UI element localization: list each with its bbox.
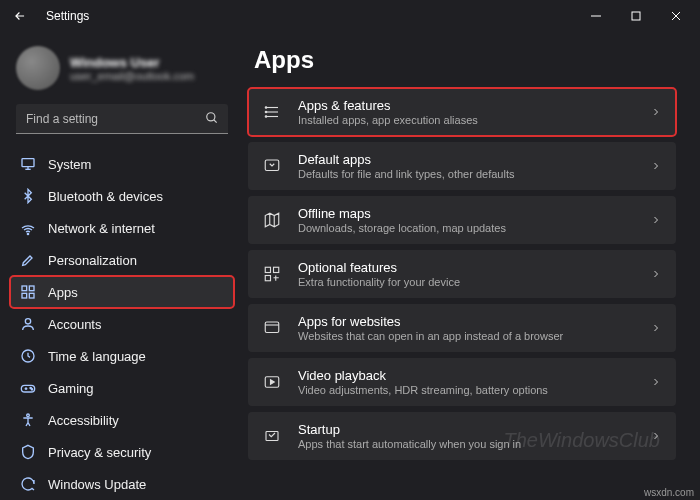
card-video-playback[interactable]: Video playbackVideo adjustments, HDR str… bbox=[248, 358, 676, 406]
card-title: Default apps bbox=[298, 152, 634, 167]
sidebar-item-system[interactable]: System bbox=[10, 148, 234, 180]
sidebar-item-label: Network & internet bbox=[48, 221, 155, 236]
card-body: StartupApps that start automatically whe… bbox=[298, 422, 634, 450]
svg-rect-8 bbox=[22, 286, 27, 291]
user-email: user_email@outlook.com bbox=[70, 70, 194, 82]
card-default-apps[interactable]: Default appsDefaults for file and link t… bbox=[248, 142, 676, 190]
apps-websites-icon bbox=[262, 319, 282, 337]
svg-rect-1 bbox=[632, 12, 640, 20]
sidebar-item-network[interactable]: Network & internet bbox=[10, 212, 234, 244]
search-input[interactable] bbox=[16, 104, 228, 134]
nav-list: SystemBluetooth & devicesNetwork & inter… bbox=[10, 148, 234, 500]
svg-rect-10 bbox=[22, 293, 27, 298]
sidebar-item-gaming[interactable]: Gaming bbox=[10, 372, 234, 404]
card-title: Offline maps bbox=[298, 206, 634, 221]
card-body: Optional featuresExtra functionality for… bbox=[298, 260, 634, 288]
sidebar-item-accounts[interactable]: Accounts bbox=[10, 308, 234, 340]
card-optional-features[interactable]: Optional featuresExtra functionality for… bbox=[248, 250, 676, 298]
svg-rect-27 bbox=[265, 267, 270, 272]
svg-rect-29 bbox=[265, 276, 270, 281]
apps-icon bbox=[20, 284, 36, 300]
card-startup[interactable]: StartupApps that start automatically whe… bbox=[248, 412, 676, 460]
svg-point-19 bbox=[27, 414, 30, 417]
cards-list: Apps & featuresInstalled apps, app execu… bbox=[248, 88, 676, 460]
card-apps-features[interactable]: Apps & featuresInstalled apps, app execu… bbox=[248, 88, 676, 136]
card-subtitle: Downloads, storage location, map updates bbox=[298, 222, 634, 234]
gaming-icon bbox=[20, 380, 36, 396]
close-button[interactable] bbox=[656, 0, 696, 32]
svg-point-7 bbox=[27, 233, 28, 234]
page-title: Apps bbox=[254, 46, 676, 74]
card-title: Startup bbox=[298, 422, 634, 437]
svg-rect-11 bbox=[29, 293, 34, 298]
chevron-right-icon bbox=[650, 160, 662, 172]
avatar bbox=[16, 46, 60, 90]
sidebar-item-apps[interactable]: Apps bbox=[10, 276, 234, 308]
card-body: Offline mapsDownloads, storage location,… bbox=[298, 206, 634, 234]
sidebar-item-privacy[interactable]: Privacy & security bbox=[10, 436, 234, 468]
sidebar-item-label: Time & language bbox=[48, 349, 146, 364]
close-icon bbox=[671, 11, 681, 21]
bluetooth-icon bbox=[20, 188, 36, 204]
svg-rect-9 bbox=[29, 286, 34, 291]
user-name: Windows User bbox=[70, 55, 194, 70]
time-icon bbox=[20, 348, 36, 364]
sidebar-item-label: Bluetooth & devices bbox=[48, 189, 163, 204]
maximize-icon bbox=[631, 11, 641, 21]
titlebar: Settings bbox=[0, 0, 700, 32]
chevron-right-icon bbox=[650, 106, 662, 118]
sidebar-item-label: Personalization bbox=[48, 253, 137, 268]
chevron-right-icon bbox=[650, 376, 662, 388]
svg-point-12 bbox=[25, 319, 30, 324]
network-icon bbox=[20, 220, 36, 236]
window-title: Settings bbox=[46, 9, 89, 23]
user-block[interactable]: Windows User user_email@outlook.com bbox=[10, 40, 234, 104]
apps-features-icon bbox=[262, 103, 282, 121]
chevron-right-icon bbox=[650, 214, 662, 226]
sidebar-item-time[interactable]: Time & language bbox=[10, 340, 234, 372]
card-body: Default appsDefaults for file and link t… bbox=[298, 152, 634, 180]
maximize-button[interactable] bbox=[616, 0, 656, 32]
svg-rect-30 bbox=[265, 322, 279, 333]
default-apps-icon bbox=[262, 157, 282, 175]
svg-rect-28 bbox=[274, 267, 279, 272]
minimize-button[interactable] bbox=[576, 0, 616, 32]
personalization-icon bbox=[20, 252, 36, 268]
search-icon bbox=[205, 111, 219, 125]
arrow-left-icon bbox=[13, 9, 27, 23]
sidebar-item-personalization[interactable]: Personalization bbox=[10, 244, 234, 276]
offline-maps-icon bbox=[262, 211, 282, 229]
svg-line-3 bbox=[214, 120, 217, 123]
card-title: Optional features bbox=[298, 260, 634, 275]
svg-point-18 bbox=[31, 389, 32, 390]
svg-point-24 bbox=[265, 111, 267, 113]
attribution: wsxdn.com bbox=[644, 487, 694, 498]
sidebar-item-label: Windows Update bbox=[48, 477, 146, 492]
sidebar-item-label: System bbox=[48, 157, 91, 172]
card-apps-websites[interactable]: Apps for websitesWebsites that can open … bbox=[248, 304, 676, 352]
card-body: Apps for websitesWebsites that can open … bbox=[298, 314, 634, 342]
minimize-icon bbox=[591, 11, 601, 21]
card-body: Video playbackVideo adjustments, HDR str… bbox=[298, 368, 634, 396]
svg-rect-4 bbox=[22, 159, 34, 167]
card-subtitle: Extra functionality for your device bbox=[298, 276, 634, 288]
sidebar-item-label: Privacy & security bbox=[48, 445, 151, 460]
card-subtitle: Apps that start automatically when you s… bbox=[298, 438, 634, 450]
card-subtitle: Defaults for file and link types, other … bbox=[298, 168, 634, 180]
svg-point-23 bbox=[265, 107, 267, 109]
sidebar-item-bluetooth[interactable]: Bluetooth & devices bbox=[10, 180, 234, 212]
sidebar-item-update[interactable]: Windows Update bbox=[10, 468, 234, 500]
window-controls bbox=[576, 0, 696, 32]
privacy-icon bbox=[20, 444, 36, 460]
accessibility-icon bbox=[20, 412, 36, 428]
sidebar-item-accessibility[interactable]: Accessibility bbox=[10, 404, 234, 436]
svg-point-2 bbox=[207, 113, 215, 121]
optional-features-icon bbox=[262, 265, 282, 283]
back-button[interactable] bbox=[4, 0, 36, 32]
card-offline-maps[interactable]: Offline mapsDownloads, storage location,… bbox=[248, 196, 676, 244]
svg-point-25 bbox=[265, 116, 267, 118]
chevron-right-icon bbox=[650, 430, 662, 442]
sidebar-item-label: Accounts bbox=[48, 317, 101, 332]
card-subtitle: Installed apps, app execution aliases bbox=[298, 114, 634, 126]
search-wrap bbox=[16, 104, 228, 134]
